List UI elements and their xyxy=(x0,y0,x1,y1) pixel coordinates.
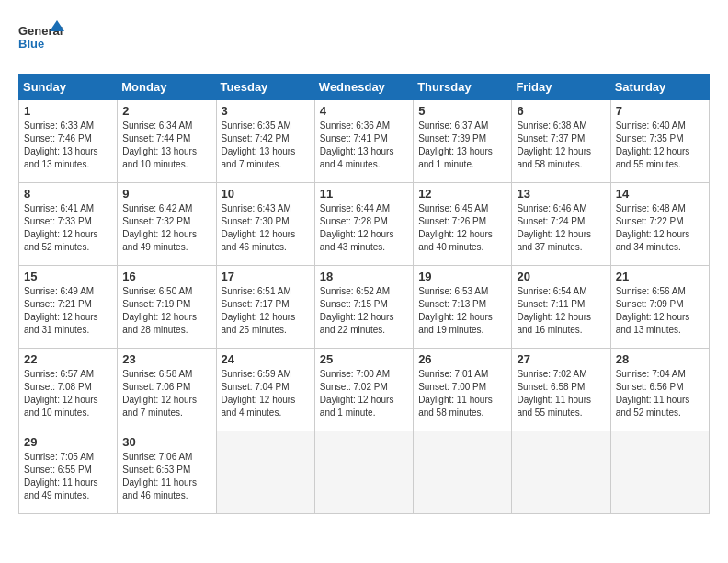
cell-info: Sunrise: 6:50 AMSunset: 7:19 PMDaylight:… xyxy=(122,286,197,335)
cell-info: Sunrise: 6:49 AMSunset: 7:21 PMDaylight:… xyxy=(24,286,98,335)
day-number: 1 xyxy=(24,104,112,118)
day-number: 8 xyxy=(24,187,112,201)
calendar-cell: 8 Sunrise: 6:41 AMSunset: 7:33 PMDayligh… xyxy=(19,183,118,266)
day-number: 21 xyxy=(616,270,704,283)
week-row-4: 29 Sunrise: 7:05 AMSunset: 6:55 PMDaylig… xyxy=(19,431,710,514)
logo-svg: General Blue xyxy=(18,18,64,59)
day-number: 13 xyxy=(517,187,605,201)
calendar-cell: 24 Sunrise: 6:59 AMSunset: 7:04 PMDaylig… xyxy=(216,349,314,431)
calendar-cell: 14 Sunrise: 6:48 AMSunset: 7:22 PMDaylig… xyxy=(610,183,709,266)
day-number: 7 xyxy=(616,104,704,118)
cell-info: Sunrise: 6:57 AMSunset: 7:08 PMDaylight:… xyxy=(24,369,98,418)
calendar-cell: 20 Sunrise: 6:54 AMSunset: 7:11 PMDaylig… xyxy=(512,266,610,349)
day-number: 24 xyxy=(222,352,310,366)
logo: General Blue xyxy=(18,18,64,59)
cell-info: Sunrise: 6:37 AMSunset: 7:39 PMDaylight:… xyxy=(418,121,493,169)
day-number: 23 xyxy=(122,352,210,366)
calendar-cell: 29 Sunrise: 7:05 AMSunset: 6:55 PMDaylig… xyxy=(19,431,118,514)
day-number: 22 xyxy=(24,352,112,366)
day-header-saturday: Saturday xyxy=(610,75,709,100)
day-number: 29 xyxy=(24,435,112,449)
calendar-cell xyxy=(414,431,512,514)
cell-info: Sunrise: 6:35 AMSunset: 7:42 PMDaylight:… xyxy=(222,121,296,169)
day-number: 20 xyxy=(517,270,605,283)
calendar-cell: 18 Sunrise: 6:52 AMSunset: 7:15 PMDaylig… xyxy=(314,266,413,349)
calendar-cell xyxy=(314,431,413,514)
cell-info: Sunrise: 7:05 AMSunset: 6:55 PMDaylight:… xyxy=(24,452,98,500)
cell-info: Sunrise: 6:54 AMSunset: 7:11 PMDaylight:… xyxy=(517,286,591,335)
svg-text:Blue: Blue xyxy=(18,37,44,51)
calendar-cell: 28 Sunrise: 7:04 AMSunset: 6:56 PMDaylig… xyxy=(610,349,709,431)
calendar-cell: 13 Sunrise: 6:46 AMSunset: 7:24 PMDaylig… xyxy=(512,183,610,266)
day-number: 6 xyxy=(517,104,605,118)
calendar-cell: 19 Sunrise: 6:53 AMSunset: 7:13 PMDaylig… xyxy=(414,266,512,349)
calendar-cell: 12 Sunrise: 6:45 AMSunset: 7:26 PMDaylig… xyxy=(414,183,512,266)
cell-info: Sunrise: 6:36 AMSunset: 7:41 PMDaylight:… xyxy=(320,121,394,169)
calendar-cell: 22 Sunrise: 6:57 AMSunset: 7:08 PMDaylig… xyxy=(19,349,118,431)
day-number: 14 xyxy=(616,187,704,201)
cell-info: Sunrise: 6:53 AMSunset: 7:13 PMDaylight:… xyxy=(418,286,493,335)
day-header-friday: Friday xyxy=(512,75,610,100)
cell-info: Sunrise: 7:06 AMSunset: 6:53 PMDaylight:… xyxy=(122,452,197,500)
cell-info: Sunrise: 6:52 AMSunset: 7:15 PMDaylight:… xyxy=(320,286,394,335)
day-number: 17 xyxy=(222,270,310,283)
day-number: 18 xyxy=(320,270,408,283)
day-number: 11 xyxy=(320,187,408,201)
week-row-3: 22 Sunrise: 6:57 AMSunset: 7:08 PMDaylig… xyxy=(19,349,710,431)
calendar-cell: 15 Sunrise: 6:49 AMSunset: 7:21 PMDaylig… xyxy=(19,266,118,349)
day-number: 9 xyxy=(122,187,210,201)
day-number: 10 xyxy=(222,187,310,201)
cell-info: Sunrise: 7:00 AMSunset: 7:02 PMDaylight:… xyxy=(320,369,394,418)
calendar-cell: 9 Sunrise: 6:42 AMSunset: 7:32 PMDayligh… xyxy=(118,183,216,266)
calendar-cell: 21 Sunrise: 6:56 AMSunset: 7:09 PMDaylig… xyxy=(610,266,709,349)
calendar-cell: 3 Sunrise: 6:35 AMSunset: 7:42 PMDayligh… xyxy=(216,100,314,183)
cell-info: Sunrise: 6:58 AMSunset: 7:06 PMDaylight:… xyxy=(122,369,197,418)
calendar-cell xyxy=(216,431,314,514)
cell-info: Sunrise: 7:02 AMSunset: 6:58 PMDaylight:… xyxy=(517,369,591,418)
header-row: SundayMondayTuesdayWednesdayThursdayFrid… xyxy=(19,75,710,100)
calendar-cell: 16 Sunrise: 6:50 AMSunset: 7:19 PMDaylig… xyxy=(118,266,216,349)
calendar-cell: 26 Sunrise: 7:01 AMSunset: 7:00 PMDaylig… xyxy=(414,349,512,431)
day-number: 30 xyxy=(122,435,210,449)
day-number: 12 xyxy=(418,187,506,201)
day-header-thursday: Thursday xyxy=(414,75,512,100)
cell-info: Sunrise: 7:01 AMSunset: 7:00 PMDaylight:… xyxy=(418,369,493,418)
day-header-sunday: Sunday xyxy=(19,75,118,100)
calendar-cell xyxy=(512,431,610,514)
calendar-cell: 30 Sunrise: 7:06 AMSunset: 6:53 PMDaylig… xyxy=(118,431,216,514)
cell-info: Sunrise: 6:59 AMSunset: 7:04 PMDaylight:… xyxy=(222,369,296,418)
day-number: 19 xyxy=(418,270,506,283)
cell-info: Sunrise: 6:33 AMSunset: 7:46 PMDaylight:… xyxy=(24,121,98,169)
week-row-1: 8 Sunrise: 6:41 AMSunset: 7:33 PMDayligh… xyxy=(19,183,710,266)
day-number: 16 xyxy=(122,270,210,283)
day-number: 28 xyxy=(616,352,704,366)
calendar-cell: 27 Sunrise: 7:02 AMSunset: 6:58 PMDaylig… xyxy=(512,349,610,431)
day-number: 25 xyxy=(320,352,408,366)
calendar-cell: 17 Sunrise: 6:51 AMSunset: 7:17 PMDaylig… xyxy=(216,266,314,349)
calendar-cell: 10 Sunrise: 6:43 AMSunset: 7:30 PMDaylig… xyxy=(216,183,314,266)
cell-info: Sunrise: 6:34 AMSunset: 7:44 PMDaylight:… xyxy=(122,121,197,169)
cell-info: Sunrise: 7:04 AMSunset: 6:56 PMDaylight:… xyxy=(616,369,690,418)
calendar-table: SundayMondayTuesdayWednesdayThursdayFrid… xyxy=(18,74,710,514)
cell-info: Sunrise: 6:51 AMSunset: 7:17 PMDaylight:… xyxy=(222,286,296,335)
calendar-cell: 7 Sunrise: 6:40 AMSunset: 7:35 PMDayligh… xyxy=(610,100,709,183)
week-row-2: 15 Sunrise: 6:49 AMSunset: 7:21 PMDaylig… xyxy=(19,266,710,349)
calendar-cell: 4 Sunrise: 6:36 AMSunset: 7:41 PMDayligh… xyxy=(314,100,413,183)
page-header: General Blue xyxy=(18,18,710,59)
cell-info: Sunrise: 6:48 AMSunset: 7:22 PMDaylight:… xyxy=(616,203,690,252)
day-number: 3 xyxy=(222,104,310,118)
calendar-cell: 23 Sunrise: 6:58 AMSunset: 7:06 PMDaylig… xyxy=(118,349,216,431)
cell-info: Sunrise: 6:46 AMSunset: 7:24 PMDaylight:… xyxy=(517,203,591,252)
calendar-cell: 2 Sunrise: 6:34 AMSunset: 7:44 PMDayligh… xyxy=(118,100,216,183)
calendar-cell: 5 Sunrise: 6:37 AMSunset: 7:39 PMDayligh… xyxy=(414,100,512,183)
cell-info: Sunrise: 6:56 AMSunset: 7:09 PMDaylight:… xyxy=(616,286,690,335)
day-header-tuesday: Tuesday xyxy=(216,75,314,100)
calendar-cell: 25 Sunrise: 7:00 AMSunset: 7:02 PMDaylig… xyxy=(314,349,413,431)
day-number: 2 xyxy=(122,104,210,118)
calendar-cell xyxy=(610,431,709,514)
day-header-wednesday: Wednesday xyxy=(314,75,413,100)
calendar-cell: 1 Sunrise: 6:33 AMSunset: 7:46 PMDayligh… xyxy=(19,100,118,183)
day-number: 27 xyxy=(517,352,605,366)
day-number: 5 xyxy=(418,104,506,118)
day-header-monday: Monday xyxy=(118,75,216,100)
